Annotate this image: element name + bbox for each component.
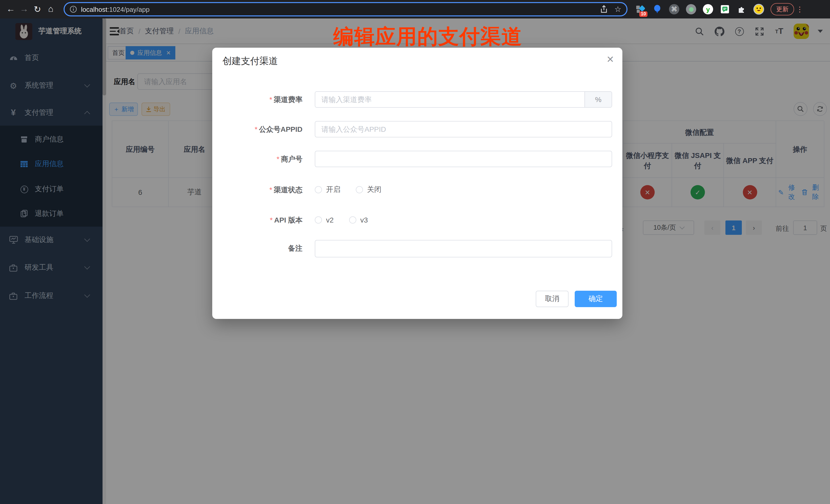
- command-extension-icon[interactable]: ⌘: [669, 4, 680, 15]
- extension-badge: 10: [639, 11, 647, 17]
- dot-extension-icon[interactable]: [685, 4, 697, 15]
- extensions-cluster: 10 ⌘ y: [635, 4, 764, 15]
- channel-rate-label: *渠道费率: [212, 91, 309, 108]
- channel-rate-input-group: %: [315, 91, 612, 108]
- dialog-title: 创建支付渠道: [223, 55, 278, 67]
- merchant-id-label: *商户号: [212, 151, 309, 167]
- browser-update-button[interactable]: 更新: [770, 3, 794, 15]
- radio-circle-icon: [315, 186, 322, 193]
- puzzle-extensions-icon[interactable]: [736, 4, 747, 15]
- extension-icon[interactable]: 10: [635, 4, 646, 15]
- browser-reload-icon[interactable]: ↻: [31, 3, 44, 16]
- browser-menu-icon[interactable]: ⋮: [796, 5, 803, 13]
- radio-circle-icon: [315, 216, 322, 224]
- url-path: :1024/pay/app: [107, 5, 150, 13]
- api-version-radio-group: v2 v3: [315, 212, 368, 228]
- channel-status-radio-group: 开启 关闭: [315, 182, 381, 198]
- appid-label: *公众号APPID: [212, 121, 309, 137]
- browser-back-icon[interactable]: ←: [4, 3, 18, 16]
- channel-rate-input[interactable]: [315, 92, 584, 107]
- api-v3-radio[interactable]: v3: [349, 216, 368, 224]
- browser-toolbar: ← → ↻ ⌂ localhost:1024/pay/app ☆ 10: [0, 0, 830, 19]
- remark-input[interactable]: [315, 240, 612, 257]
- radio-circle-icon: [349, 216, 356, 224]
- status-open-radio[interactable]: 开启: [315, 185, 341, 194]
- annotation-text: 编辑应用的支付渠道: [333, 23, 522, 51]
- url-host: localhost: [81, 5, 107, 13]
- merchant-id-input[interactable]: [315, 151, 612, 167]
- radio-circle-icon: [356, 186, 363, 193]
- channel-status-label: *渠道状态: [212, 182, 309, 198]
- status-closed-radio[interactable]: 关闭: [356, 185, 381, 194]
- appid-input[interactable]: [315, 121, 612, 137]
- api-v2-radio[interactable]: v2: [315, 216, 334, 224]
- percent-suffix: %: [584, 92, 612, 107]
- create-payment-channel-dialog: 创建支付渠道 ✕ *渠道费率 % *公众号APPID *商户号 *渠道状态 开启…: [212, 48, 622, 319]
- remark-label: 备注: [212, 240, 309, 256]
- site-info-icon[interactable]: [70, 6, 77, 13]
- bookmark-star-icon[interactable]: ☆: [614, 5, 621, 14]
- cancel-button[interactable]: 取消: [536, 291, 569, 307]
- browser-forward-icon[interactable]: →: [18, 3, 31, 16]
- api-version-label: *API 版本: [212, 212, 309, 228]
- profile-avatar-icon[interactable]: [753, 4, 764, 15]
- dialog-close-icon[interactable]: ✕: [606, 54, 614, 65]
- screen: ← → ↻ ⌂ localhost:1024/pay/app ☆ 10: [0, 0, 830, 504]
- browser-home-icon[interactable]: ⌂: [44, 3, 57, 16]
- y-extension-icon[interactable]: y: [702, 4, 714, 15]
- share-icon[interactable]: [600, 5, 607, 13]
- chat-extension-icon[interactable]: [719, 4, 731, 15]
- url-bar[interactable]: localhost:1024/pay/app ☆: [64, 2, 628, 17]
- balloon-extension-icon[interactable]: [651, 4, 663, 15]
- confirm-button[interactable]: 确定: [575, 291, 617, 307]
